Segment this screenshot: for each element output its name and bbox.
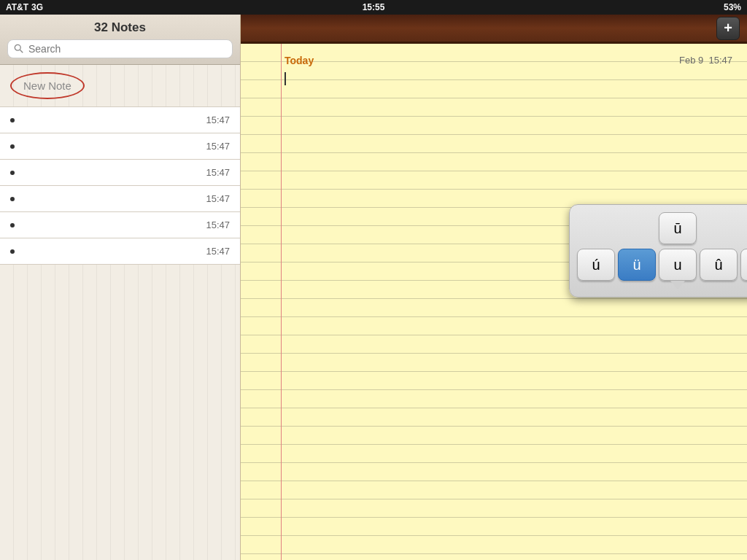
- new-note-item[interactable]: New Note: [0, 65, 240, 107]
- accent-popup: ū ú ü u û ù: [569, 204, 747, 298]
- note-dot: [10, 144, 15, 149]
- note-leather: +: [241, 15, 747, 44]
- note-time: 15:47: [206, 219, 230, 230]
- accent-key-u[interactable]: u: [659, 249, 697, 281]
- battery-label: 53%: [724, 2, 741, 12]
- list-item[interactable]: 15:47: [0, 186, 240, 212]
- note-time: 15:47: [206, 246, 230, 257]
- popup-arrow: [670, 281, 685, 289]
- list-item[interactable]: 15:47: [0, 212, 240, 238]
- accent-key-uumlaut[interactable]: ü: [618, 249, 656, 281]
- sidebar-header: 32 Notes: [0, 15, 240, 65]
- list-item[interactable]: 15:47: [0, 107, 240, 133]
- note-time: 15:47: [206, 193, 230, 204]
- note-list: 15:47 15:47 15:47 15:47 15:47 15:47: [0, 107, 240, 560]
- note-time: 15:47: [206, 141, 230, 152]
- accent-key-umacron[interactable]: ū: [659, 212, 697, 244]
- note-today-label: Today: [285, 55, 314, 66]
- network-label: 3G: [31, 2, 43, 12]
- accent-key-ugrave[interactable]: ù: [740, 249, 747, 281]
- accent-key-uacute[interactable]: ú: [577, 249, 615, 281]
- status-left: AT&T 3G: [6, 2, 43, 12]
- carrier-label: AT&T: [6, 2, 28, 12]
- add-note-button[interactable]: +: [716, 17, 740, 40]
- status-right: 53%: [724, 2, 741, 12]
- note-time: 15:47: [206, 114, 230, 125]
- note-dot: [10, 197, 15, 201]
- list-item[interactable]: 15:47: [0, 133, 240, 160]
- list-item[interactable]: 15:47: [0, 238, 240, 265]
- note-dot: [10, 223, 15, 228]
- note-paper[interactable]: Today Feb 9 15:47: [241, 44, 747, 560]
- search-bar[interactable]: [7, 39, 233, 58]
- search-icon: [14, 44, 24, 54]
- note-dot: [10, 171, 15, 175]
- main-area: 32 Notes New Note 15:47 15:47: [0, 15, 747, 560]
- svg-point-0: [15, 44, 20, 50]
- note-header-row: Today Feb 9 15:47: [285, 51, 732, 69]
- sidebar: 32 Notes New Note 15:47 15:47: [0, 15, 241, 560]
- new-note-label[interactable]: New Note: [10, 72, 85, 99]
- accent-key-ucircumflex[interactable]: û: [700, 249, 738, 281]
- popup-bottom-row: ú ü u û ù: [577, 249, 747, 281]
- note-time: 15:47: [206, 167, 230, 178]
- status-bar: AT&T 3G 15:55 53%: [0, 0, 747, 15]
- note-dot: [10, 249, 15, 254]
- note-cursor-line: [285, 72, 732, 88]
- search-input[interactable]: [28, 43, 226, 55]
- text-cursor: [285, 72, 286, 85]
- note-area: + Today Feb 9 15:47 ū ú ü u û ù: [241, 15, 747, 560]
- list-item[interactable]: 15:47: [0, 160, 240, 186]
- note-dot: [10, 118, 15, 122]
- svg-line-1: [20, 50, 23, 52]
- status-time: 15:55: [363, 2, 385, 12]
- note-date-label: Feb 9 15:47: [679, 55, 732, 66]
- popup-top-row: ū: [577, 212, 747, 244]
- sidebar-title: 32 Notes: [7, 20, 233, 35]
